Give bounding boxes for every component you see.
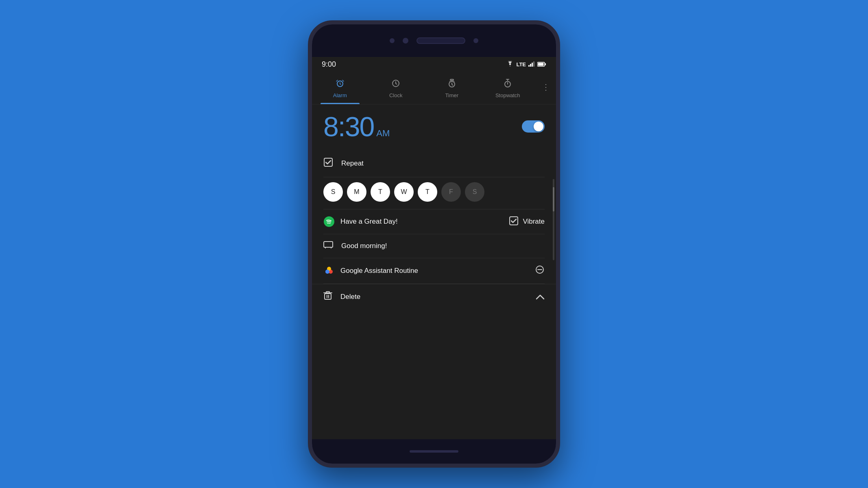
- day-saturday[interactable]: S: [465, 182, 484, 202]
- delete-icon: [323, 291, 335, 303]
- assistant-icon: [323, 265, 335, 277]
- tab-stopwatch[interactable]: Stopwatch: [480, 75, 536, 104]
- delete-label: Delete: [340, 293, 530, 301]
- camera-center: [403, 38, 408, 44]
- tab-timer[interactable]: Timer: [424, 75, 480, 104]
- day-wednesday[interactable]: W: [394, 182, 414, 202]
- repeat-row[interactable]: Repeat: [323, 150, 545, 177]
- phone-bottom-hardware: [312, 439, 556, 464]
- tab-clock[interactable]: Clock: [368, 75, 424, 104]
- svg-rect-1: [530, 64, 531, 67]
- time-digits: 8:30: [323, 113, 374, 140]
- day-tuesday[interactable]: T: [371, 182, 390, 202]
- phone-frame: 9:00 LTE: [308, 20, 560, 468]
- day-label-sun: S: [331, 188, 336, 196]
- more-dots-icon: ⋮: [542, 82, 550, 92]
- chevron-up-icon: [536, 292, 545, 302]
- camera-left: [390, 38, 395, 43]
- day-label-mon: M: [354, 188, 359, 196]
- alarm-time-row: 8:30 AM: [323, 113, 545, 140]
- alarm-content: 8:30 AM Repeat S: [312, 105, 556, 439]
- wifi-icon: [506, 61, 514, 68]
- assistant-label: Google Assistant Routine: [340, 267, 529, 275]
- scroll-indicator: [553, 179, 554, 260]
- day-friday[interactable]: F: [441, 182, 461, 202]
- scroll-thumb: [553, 187, 554, 211]
- alarm-time-display: 8:30 AM: [323, 113, 390, 140]
- phone-top-hardware: [312, 24, 556, 57]
- more-options-button[interactable]: ⋮: [536, 82, 556, 98]
- status-icons: LTE: [506, 61, 546, 68]
- day-label-wed: W: [401, 188, 407, 196]
- delete-row[interactable]: Delete: [323, 284, 545, 309]
- lte-label: LTE: [516, 61, 526, 68]
- spotify-icon: [323, 216, 335, 227]
- days-row: S M T W T F S: [323, 177, 545, 209]
- stopwatch-tab-label: Stopwatch: [495, 92, 520, 98]
- timer-tab-icon: [447, 78, 457, 91]
- clock-tab-label: Clock: [389, 92, 403, 98]
- day-label-tue: T: [378, 188, 382, 196]
- svg-rect-9: [450, 79, 454, 81]
- status-bar: 9:00 LTE: [312, 57, 556, 72]
- svg-rect-6: [538, 63, 544, 65]
- day-label-thu: T: [425, 188, 430, 196]
- time-ampm: AM: [376, 128, 390, 139]
- battery-icon: [537, 61, 546, 68]
- vibrate-checkbox-icon: [509, 216, 519, 227]
- svg-rect-21: [325, 294, 331, 299]
- day-monday[interactable]: M: [347, 182, 366, 202]
- snooze-label: Good morning!: [341, 242, 387, 250]
- alarm-toggle[interactable]: [522, 120, 545, 133]
- music-section[interactable]: Have a Great Day!: [323, 216, 509, 227]
- svg-rect-5: [545, 63, 546, 65]
- clock-tab-icon: [391, 78, 401, 91]
- svg-rect-3: [533, 61, 534, 67]
- side-accent-bar: [558, 155, 560, 183]
- day-label-fri: F: [449, 188, 453, 196]
- stopwatch-tab-icon: [503, 78, 513, 91]
- speaker: [417, 37, 465, 44]
- music-label: Have a Great Day!: [340, 218, 398, 226]
- alarm-tab-icon: [335, 78, 345, 91]
- home-indicator: [410, 450, 458, 453]
- phone-screen: 9:00 LTE: [312, 57, 556, 439]
- status-time: 9:00: [322, 60, 336, 69]
- sensor: [473, 38, 478, 43]
- day-thursday[interactable]: T: [418, 182, 437, 202]
- tab-alarm[interactable]: Alarm: [312, 75, 368, 104]
- svg-rect-2: [532, 63, 533, 67]
- svg-rect-15: [324, 242, 333, 247]
- assistant-row[interactable]: Google Assistant Routine: [323, 258, 545, 284]
- repeat-label: Repeat: [341, 159, 364, 168]
- minus-circle-icon: [535, 265, 545, 277]
- signal-icon: [528, 61, 535, 68]
- svg-point-19: [325, 270, 329, 274]
- alarm-tab-label: Alarm: [333, 92, 347, 98]
- vibrate-label: Vibrate: [523, 218, 545, 226]
- nav-tabs: Alarm Clock: [312, 72, 556, 105]
- day-label-sat: S: [473, 188, 477, 196]
- day-sunday[interactable]: S: [323, 182, 343, 202]
- snooze-icon: [323, 241, 335, 251]
- vibrate-section[interactable]: Vibrate: [509, 216, 545, 227]
- snooze-row[interactable]: Good morning!: [323, 234, 545, 258]
- timer-tab-label: Timer: [445, 92, 458, 98]
- repeat-checkbox-icon: [323, 157, 335, 170]
- music-vibrate-row: Have a Great Day! Vibrate: [323, 209, 545, 234]
- svg-rect-0: [528, 65, 530, 67]
